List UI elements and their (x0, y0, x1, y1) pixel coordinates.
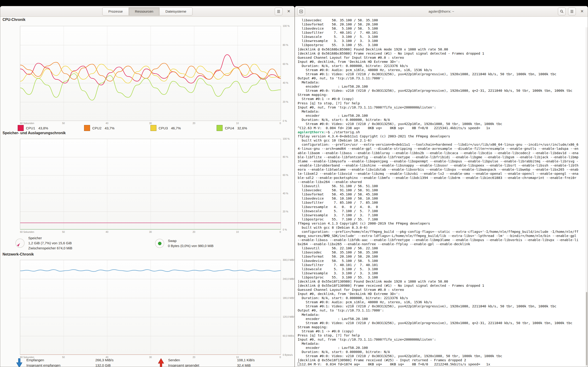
terminal-line: Duration: N/A, start: 0.000000, bitrate:… (298, 64, 588, 68)
terminal-line: Stream #0:0: Video: v210 (V210 / 0x30313… (298, 321, 588, 325)
terminal-line: agsler@thorrx:~$ ./startorig.sh (298, 130, 588, 134)
terminal-line: libpostproc 55. 3.100 / 55. 3.100 (298, 275, 588, 279)
send-rate: 108,1 KiB/s (237, 358, 255, 363)
y-axis-tick-label: 60 % (283, 62, 295, 66)
terminal-line: ffmpeg version 4.1.3 Copyright (c) 2000-… (298, 221, 588, 225)
y-axis-tick-label: 60 % (283, 173, 295, 177)
terminal-line: Metadata: (298, 342, 588, 346)
network-section-title: Netzwerk-Chronik (2, 252, 34, 257)
terminal-line: Stream #0:1: Video: v210 (V210 / 0x30313… (298, 72, 588, 76)
cpu2-color-swatch (84, 125, 90, 131)
terminal-line: libavcodec 58. 91.100 / 58. 91.100 (298, 188, 588, 192)
terminal-headerbar[interactable]: agsler@thorrx: ~ ✕ (295, 6, 588, 17)
x-axis-tick-label: 30 (149, 356, 152, 359)
y-axis-tick-label: 300,0 MiB/s (283, 258, 295, 261)
swap-legend-entry: Swap 0 Bytes (0,0%) von 980,0 MiB (155, 238, 213, 248)
desktop: Prozesse Ressourcen Dateisysteme ✕ CPU-C… (0, 0, 588, 367)
x-axis-tick-label: 50 (62, 231, 65, 233)
terminal-line: eora --enable-libtwolame --enable-libvid… (298, 167, 588, 172)
network-send-legend: Senden 108,1 KiB/s Insgesamt gesendet 32… (157, 358, 255, 367)
terminal-line: Stream #0:0: Audio: pcm_s16le, 48000 Hz,… (298, 300, 588, 304)
memory-cache: Zwischenspeicher 674,0 MiB (28, 246, 72, 251)
terminal-scrollbar[interactable] (586, 27, 588, 367)
terminal-line: libavdevice 58. 5.100 / 58. 5.100 (298, 259, 588, 263)
terminal-line: built with gcc 8 (Debian 8.3.0-6) (298, 225, 588, 230)
view-switcher: Prozesse Ressourcen Dateisysteme (102, 7, 192, 16)
swap-usage: 0 Bytes (0,0%) von 980,0 MiB (168, 243, 213, 248)
send-label: Senden (168, 358, 237, 363)
terminal-line: mpeg_sources/BMD_SDK/include' --extra-ld… (298, 234, 588, 238)
tab-prozesse[interactable]: Prozesse (102, 7, 129, 16)
terminal-line: Metadata: (298, 109, 588, 114)
terminal-line: Duration: N/A, start: 0.000000, bitrate:… (298, 118, 588, 122)
upload-arrow-icon (157, 358, 165, 367)
memory-y-axis: 100 %80 %60 %40 %20 %0 % (283, 137, 295, 231)
terminal-window: agsler@thorrx: ~ ✕ libavcodec 58. 35. (295, 6, 588, 367)
tab-ressourcen[interactable]: Ressourcen (129, 7, 159, 16)
terminal-line: --enable-libx264 --enable-shared (298, 180, 588, 184)
terminal-line: libavformat 58. 20.100 / 58. 20.100 (298, 22, 588, 26)
close-button[interactable]: ✕ (285, 8, 293, 15)
terminal-line: Input #0, decklink, from 'DeckLink HD Ex… (298, 292, 588, 296)
terminal-line: libavcodec 58. 35.100 / 58. 35.100 (298, 18, 588, 22)
memory-title: Speicher (28, 236, 72, 241)
hamburger-icon (277, 10, 280, 13)
y-axis-tick-label: 40 % (283, 192, 295, 195)
terminal-line: libpostproc 55. 3.100 / 55. 3.100 (298, 43, 588, 47)
terminal-line: 3lame --enable-libmysofa --enable-libope… (298, 159, 588, 163)
terminal-line: Press [q] to stop, [?] for help (298, 101, 588, 105)
system-monitor-window: Prozesse Ressourcen Dateisysteme ✕ CPU-C… (0, 6, 295, 367)
y-axis-tick-label: 20 % (283, 100, 295, 103)
terminal-line: built with gcc 10 (Debian 10.2.1-6) (298, 138, 588, 142)
terminal-line: libpostproc 55. 7.100 / 55. 7.100 (298, 217, 588, 221)
y-axis-tick-label: 20 % (283, 210, 295, 213)
terminal-menu-button[interactable] (568, 8, 576, 15)
cpu4-color-swatch (216, 125, 223, 131)
terminal-line: libavcodec 58. 35.100 / 58. 35.100 (298, 250, 588, 254)
cpu-y-axis: 100 %80 %60 %40 %20 %0 % (283, 24, 295, 123)
network-receive-legend: Empfangen 266,3 MiB/s Insgesamt empfange… (15, 358, 113, 367)
memory-legend-entry: Speicher 1,2 GiB (7,7%) von 15,6 GiB Zwi… (15, 236, 72, 251)
cpu4-value: 32,6% (237, 126, 247, 130)
terminal-line: Stream mapping: (298, 325, 588, 329)
hamburger-icon (570, 10, 574, 13)
cpu-section-title: CPU-Chronik (2, 18, 26, 22)
y-axis-tick-label: 0 % (283, 119, 295, 123)
terminal-output[interactable]: libavcodec 58. 35.100 / 58. 35.100 libav… (295, 17, 588, 367)
terminal-line: Guessed Channel Layout for Input Stream … (298, 288, 588, 292)
y-axis-tick-label: 40 % (283, 81, 295, 84)
tab-dateisysteme[interactable]: Dateisysteme (159, 7, 192, 16)
receive-label: Empfangen (26, 358, 95, 363)
terminal-line: Stream #0:0: Video: v210 (V210 / 0x30313… (298, 89, 588, 93)
system-monitor-headerbar[interactable]: Prozesse Ressourcen Dateisysteme ✕ (0, 6, 294, 17)
scrollbar-thumb[interactable] (586, 292, 587, 365)
cpu-x-axis: 60 Sekunden50403020100 (20, 122, 281, 125)
terminal-line: bx264 --enable-libx265 --enable-nonfree … (298, 242, 588, 246)
terminal-line: le-libxml2 --enable-libxvid --enable-lib… (298, 172, 588, 176)
network-y-axis: 300,0 MiB/s240,0 MiB/s180,0 MiB/s120,0 M… (283, 258, 295, 357)
memory-section-title: Speicher- und Auslagerungschronik (2, 131, 66, 135)
terminal-line: Metadata: (298, 313, 588, 317)
terminal-close-button[interactable]: ✕ (578, 8, 586, 15)
menu-button[interactable] (275, 8, 283, 15)
send-total-label: Insgesamt gesendet (168, 363, 237, 367)
new-tab-button[interactable] (297, 8, 305, 15)
memory-x-axis: 60 Sekunden50403020100 (20, 231, 281, 234)
terminal-line: libavfilter 7. 85.100 / 7. 85.100 (298, 200, 588, 205)
y-axis-tick-label: 180,0 MiB/s (283, 296, 295, 300)
cpu3-value: 46,7% (171, 126, 181, 130)
cpu1-label: CPU1 (26, 126, 35, 130)
terminal-line: libswresample 3. 3.100 / 3. 3.100 (298, 39, 588, 43)
y-axis-tick-label: 120,0 MiB/s (283, 315, 295, 318)
terminal-line: libavformat 58. 45.100 / 58. 45.100 (298, 192, 588, 196)
terminal-line: libavfilter 7. 40.101 / 7. 40.101 (298, 31, 588, 35)
x-axis-tick-label: 40 (106, 231, 108, 233)
x-axis-tick-label: 10 (236, 122, 239, 125)
x-axis-tick-label: 60 Sekunden (20, 122, 34, 125)
terminal-line: libavdevice 58. 5.100 / 58. 5.100 (298, 26, 588, 31)
search-icon (560, 10, 564, 13)
search-button[interactable] (558, 8, 566, 15)
terminal-line: configuration: --prefix=/usr --extra-ver… (298, 142, 588, 147)
terminal-line: libswscale 5. 7.100 / 5. 7.100 (298, 209, 588, 213)
y-axis-tick-label: 60,0 MiB/s (283, 334, 295, 337)
